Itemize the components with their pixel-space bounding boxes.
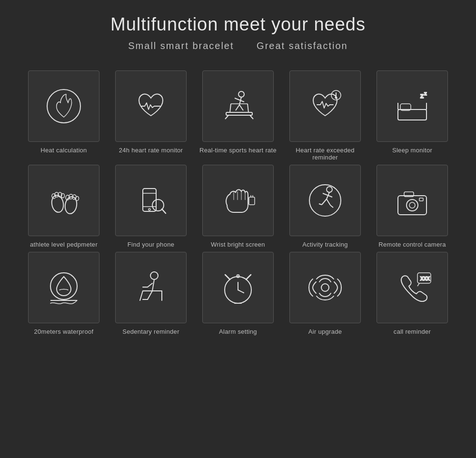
label-sedentary: Sedentary reminder: [122, 328, 179, 335]
subtitle: Small smart bracelet Great satisfaction: [119, 40, 357, 51]
label-pedometer: athlete level pedpmeter: [30, 241, 98, 248]
svg-point-1: [238, 91, 244, 97]
svg-line-11: [248, 104, 248, 112]
icon-box-activity: [289, 165, 361, 236]
treadmill-icon: [217, 85, 259, 128]
label-sleep: Sleep monitor: [392, 147, 432, 154]
icon-box-wrist-screen: [202, 165, 274, 236]
feature-sedentary: Sedentary reminder: [109, 252, 193, 335]
label-sports-heart-rate: Real-time sports heart rate: [199, 147, 277, 154]
svg-point-57: [409, 202, 415, 208]
icon-box-sedentary: [115, 252, 187, 323]
svg-line-52: [319, 204, 322, 205]
icon-box-sleep: z z: [377, 70, 448, 142]
feature-heat-calculation: Heat calculation: [22, 70, 106, 161]
camera-icon: [391, 179, 434, 222]
waterproof-icon: [42, 266, 85, 309]
svg-point-62: [150, 272, 158, 279]
feature-alarm: Alarm setting: [197, 252, 280, 335]
icon-box-camera: [377, 165, 448, 236]
air-upgrade-icon: [304, 266, 347, 309]
label-heart-rate: 24h heart rate monitor: [119, 147, 183, 154]
svg-point-15: [336, 97, 337, 99]
svg-line-53: [327, 199, 330, 205]
svg-line-65: [140, 291, 143, 300]
svg-line-54: [330, 205, 333, 208]
feature-sports-heart-rate: Real-time sports heart rate: [197, 70, 280, 161]
svg-point-47: [327, 187, 332, 192]
svg-rect-39: [249, 197, 255, 205]
label-air-upgrade: Air upgrade: [308, 328, 342, 335]
svg-text:z: z: [420, 92, 424, 100]
svg-line-5: [236, 105, 239, 110]
icon-box-call: XXX: [377, 252, 448, 323]
call-icon: XXX: [391, 266, 434, 309]
label-alarm: Alarm setting: [219, 328, 257, 335]
svg-point-32: [75, 196, 79, 201]
icon-box-pedometer: [28, 165, 99, 236]
svg-line-10: [230, 104, 231, 112]
label-camera: Remote control camera: [378, 241, 446, 248]
main-title: Multifunction meet your needs: [110, 14, 366, 35]
heart-alert-icon: [304, 85, 347, 128]
feature-activity: Activity tracking: [284, 165, 367, 248]
heart-rate-icon: [129, 85, 172, 128]
svg-line-6: [239, 105, 243, 110]
features-grid: Heat calculation 24h heart rate monitor: [22, 70, 454, 335]
svg-point-56: [407, 199, 418, 211]
feature-wrist-screen: Wrist bright screen: [197, 165, 280, 248]
svg-line-51: [322, 199, 327, 205]
label-call: call reminder: [394, 328, 431, 335]
sedentary-icon: [129, 266, 172, 309]
alarm-icon: [217, 266, 259, 309]
svg-text:z: z: [424, 90, 427, 96]
icon-box-heat: [28, 70, 99, 142]
svg-line-38: [162, 209, 166, 213]
svg-line-71: [246, 275, 251, 279]
activity-icon: [304, 179, 347, 222]
page-container: Multifunction meet your needs Small smar…: [0, 0, 476, 458]
icon-box-waterproof: [28, 252, 99, 323]
find-phone-icon: [129, 179, 172, 222]
feature-heart-rate: 24h heart rate monitor: [109, 70, 193, 161]
icon-box-sports: [202, 70, 274, 142]
subtitle-2: Great satisfaction: [257, 40, 348, 51]
label-heat-calculation: Heat calculation: [40, 147, 87, 154]
label-wrist-screen: Wrist bright screen: [211, 241, 265, 248]
feature-air-upgrade: Air upgrade: [284, 252, 367, 335]
svg-line-9: [250, 115, 253, 119]
svg-point-75: [321, 284, 329, 291]
svg-point-36: [149, 209, 150, 210]
svg-rect-55: [398, 196, 426, 215]
svg-line-70: [225, 275, 230, 279]
svg-rect-59: [419, 198, 423, 201]
fire-icon: [42, 85, 85, 128]
svg-rect-33: [143, 189, 156, 211]
svg-line-69: [238, 290, 244, 293]
label-heart-exceeded: Heart rate exceeded reminder: [284, 147, 367, 161]
icon-box-air-upgrade: [289, 252, 361, 323]
svg-line-8: [225, 115, 228, 119]
subtitle-1: Small smart bracelet: [128, 40, 234, 51]
feet-icon: [42, 179, 85, 222]
wrist-screen-icon: [217, 179, 259, 222]
feature-call: XXX call reminder: [371, 252, 454, 335]
feature-camera: Remote control camera: [371, 165, 454, 248]
svg-rect-7: [226, 112, 252, 115]
icon-box-find-phone: [115, 165, 187, 236]
feature-pedometer: athlete level pedpmeter: [22, 165, 106, 248]
feature-find-phone: Find your phone: [109, 165, 193, 248]
icon-box-alarm: [202, 252, 274, 323]
feature-heart-exceeded: Heart rate exceeded reminder: [284, 70, 367, 161]
sleep-icon: z z: [391, 85, 434, 128]
icon-box-heart-exceeded: [289, 70, 361, 142]
label-activity: Activity tracking: [302, 241, 347, 248]
svg-rect-18: [398, 110, 426, 120]
svg-point-0: [47, 90, 80, 123]
svg-text:XXX: XXX: [420, 276, 430, 281]
svg-line-49: [323, 193, 327, 195]
label-find-phone: Find your phone: [128, 241, 174, 248]
icon-box-heart-rate: [115, 70, 187, 142]
svg-line-3: [235, 98, 239, 100]
label-waterproof: 20meters waterproof: [34, 328, 94, 335]
